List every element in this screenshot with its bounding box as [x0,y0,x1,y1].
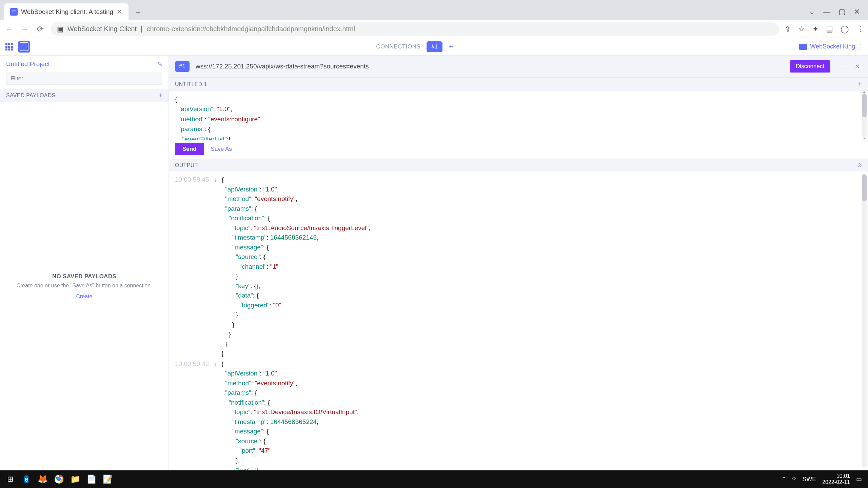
nav-forward-button[interactable]: → [20,24,30,34]
saved-payloads-label: SAVED PAYLOADS [6,93,56,99]
apps-grid-icon[interactable] [4,42,14,52]
tray-date: 2022-02-11 [822,479,850,485]
incoming-arrow-icon: ↓ [214,360,217,369]
windows-taskbar: ⊞ e 🦊 📁 📄 📝 ⌃ ⌔ SWE 10:01 2022-02-11 ▭ [0,470,868,488]
profile-icon[interactable]: ◯ [841,25,849,34]
content-area: #1 wss://172.25.201.250/vapix/ws-data-st… [169,56,868,470]
filter-input[interactable] [6,73,162,85]
taskbar-chrome-icon[interactable] [52,472,66,487]
add-payload-button[interactable]: + [158,92,162,99]
browser-toolbar: ← → ⟳ ▣ WebSocket King Client | chrome-e… [0,20,868,38]
add-connection-button[interactable]: + [449,42,453,51]
sidebar: Untitled Project ✎ SAVED PAYLOADS + NO S… [0,56,169,470]
nav-reload-button[interactable]: ⟳ [35,24,45,34]
share-icon[interactable]: ⇪ [785,25,791,34]
connection-url[interactable]: wss://172.25.201.250/vapix/ws-data-strea… [196,63,784,70]
window-maximize-icon[interactable]: ▢ [839,7,846,16]
saved-payloads-header: SAVED PAYLOADS + [0,89,169,102]
output-label: OUTPUT [175,162,198,168]
project-name[interactable]: Untitled Project [6,60,50,68]
message-timestamp: 10:00 59.45 [175,175,209,185]
editor-body[interactable]: { "apiVersion": "1.0", "method": "events… [169,91,868,140]
browser-titlebar: ⬚ WebSocket King client: A testing ✕ + ⌄… [0,0,868,20]
empty-payloads: NO SAVED PAYLOADS Create one or use the … [0,102,169,470]
output-body[interactable]: 10:00 59.45↓{ "apiVersion": "1.0", "meth… [169,171,868,470]
brand-crown-icon [799,44,807,50]
output-message[interactable]: 10:00 59.45↓{ "apiVersion": "1.0", "meth… [175,175,862,359]
address-pipe: | [141,25,142,33]
app-header: CONNECTIONS #1 + WebSocket King ⋮ [0,38,868,56]
window-controls: ⌄ — ▢ ✕ [809,7,868,20]
browser-tab[interactable]: ⬚ WebSocket King client: A testing ✕ [4,3,129,20]
connection-url-bar: #1 wss://172.25.201.250/vapix/ws-data-st… [169,56,868,77]
empty-title: NO SAVED PAYLOADS [52,273,116,280]
disconnect-button[interactable]: Disconnect [790,60,830,73]
connections-label: CONNECTIONS [376,43,420,50]
create-payload-link[interactable]: Create [76,293,92,300]
save-as-link[interactable]: Save As [211,146,232,152]
incoming-arrow-icon: ↓ [214,176,217,185]
address-bar[interactable]: ▣ WebSocket King Client | chrome-extensi… [51,22,779,36]
output-scrollbar-track[interactable] [862,174,867,468]
tray-time: 10:01 [822,473,850,479]
scroll-down-icon[interactable]: ▾ [862,136,867,140]
connection-tab-1[interactable]: #1 [427,41,442,52]
tray-action-center-icon[interactable]: ▭ [856,475,862,483]
main-area: Untitled Project ✎ SAVED PAYLOADS + NO S… [0,56,868,470]
brand-label: WebSocket King [810,43,855,50]
chrome-menu-icon[interactable]: ⋮ [856,25,864,34]
reading-list-icon[interactable]: ▤ [826,25,833,34]
new-tab-button[interactable]: + [131,5,145,19]
editor-title: UNTITLED 1 [175,81,207,87]
editor-header: UNTITLED 1 + [169,77,868,91]
empty-description: Create one or use the "Save As" button o… [16,283,152,289]
window-dropdown-icon[interactable]: ⌄ [809,7,815,16]
taskbar-edge-icon[interactable]: e [19,472,34,487]
message-body: { "apiVersion": "1.0", "method": "events… [221,175,370,359]
tray-chevron-icon[interactable]: ⌃ [781,475,786,483]
output-clear-icon[interactable]: ⊘ [857,162,862,169]
taskbar-explorer-icon[interactable]: 📁 [68,472,83,487]
start-button[interactable]: ⊞ [3,472,18,487]
panel-toggle-icon[interactable] [18,41,30,53]
editor-actions: Send Save As [169,140,868,159]
brand-menu-icon[interactable]: ⋮ [858,43,864,50]
output-header: OUTPUT ⊘ [169,159,868,171]
connection-minimize-icon[interactable]: — [836,63,847,70]
tray-clock[interactable]: 10:01 2022-02-11 [822,473,850,485]
window-minimize-icon[interactable]: — [823,7,830,16]
extension-icon: ▣ [57,25,63,33]
connection-close-icon[interactable]: ✕ [853,63,862,70]
tab-title: WebSocket King client: A testing [21,8,113,16]
editor-scrollbar-thumb[interactable] [862,94,867,117]
project-row: Untitled Project ✎ [0,56,169,73]
add-editor-button[interactable]: + [858,80,862,88]
connection-pill[interactable]: #1 [175,61,190,72]
window-close-icon[interactable]: ✕ [854,7,860,16]
tray-lang[interactable]: SWE [802,476,816,483]
taskbar-notepadpp-icon[interactable]: 📝 [100,472,115,487]
address-url: chrome-extension://cbcbkhdmedgianpaifchd… [146,25,355,33]
taskbar-firefox-icon[interactable]: 🦊 [35,472,50,487]
bookmark-star-icon[interactable]: ☆ [798,25,805,34]
tab-close-icon[interactable]: ✕ [117,8,122,16]
tab-favicon: ⬚ [10,8,18,16]
send-button[interactable]: Send [175,143,204,155]
message-body: { "apiVersion": "1.0", "method": "events… [221,359,359,471]
output-scrollbar-thumb[interactable] [862,174,867,201]
message-timestamp: 10:00 59.42 [175,359,209,369]
taskbar-notepad-icon[interactable]: 📄 [84,472,99,487]
nav-back-button[interactable]: ← [4,24,14,34]
project-edit-icon[interactable]: ✎ [157,60,162,68]
extensions-icon[interactable]: ✦ [812,25,818,34]
address-site-label: WebSocket King Client [67,25,137,33]
tray-network-icon[interactable]: ⌔ [792,476,796,483]
output-message[interactable]: 10:00 59.42↓{ "apiVersion": "1.0", "meth… [175,359,862,471]
